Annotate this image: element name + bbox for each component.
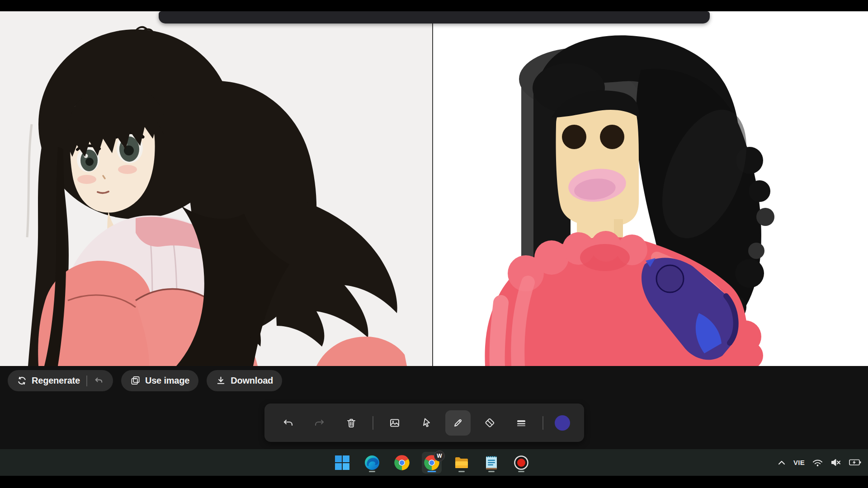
badge-letter: W	[437, 453, 442, 459]
undo-icon	[282, 417, 294, 429]
battery-icon[interactable]	[849, 458, 863, 467]
pen-icon	[452, 417, 464, 429]
redo-button[interactable]	[307, 410, 332, 436]
screen: Regenerate Use image Download	[0, 0, 868, 488]
file-explorer-icon	[453, 455, 470, 471]
download-label: Download	[231, 375, 273, 386]
cursor-icon	[420, 417, 433, 429]
image-icon	[388, 417, 401, 429]
regenerate-button[interactable]: Regenerate	[8, 370, 113, 391]
start-button[interactable]	[332, 452, 352, 474]
taskbar: W	[0, 449, 868, 476]
insert-image-button[interactable]	[382, 410, 407, 436]
eraser-tool-button[interactable]	[477, 410, 502, 436]
use-image-icon	[130, 375, 141, 386]
notepad-icon	[484, 455, 499, 471]
generated-image-pane	[0, 11, 432, 366]
eraser-icon	[483, 417, 496, 429]
split-view	[0, 11, 868, 366]
pen-tool-button[interactable]	[445, 410, 471, 436]
windows-start-icon	[335, 455, 350, 470]
trash-icon	[345, 417, 358, 429]
refresh-icon	[17, 375, 27, 386]
active-running-indicator	[428, 471, 436, 472]
color-swatch[interactable]	[555, 415, 570, 431]
running-indicator	[518, 471, 524, 472]
select-button[interactable]	[414, 410, 439, 436]
download-icon	[216, 375, 226, 386]
taskbar-apps: W	[332, 449, 531, 476]
stroke-width-icon	[515, 417, 528, 429]
use-image-label: Use image	[145, 375, 189, 386]
notepad-taskbar-button[interactable]	[481, 452, 501, 474]
language-indicator[interactable]: VIE	[793, 459, 805, 466]
generated-image	[0, 11, 432, 366]
top-letterbox	[0, 0, 868, 11]
volume-muted-icon[interactable]	[830, 458, 841, 467]
regenerate-label: Regenerate	[32, 375, 80, 386]
drawing-toolbar	[264, 404, 584, 442]
clear-canvas-button[interactable]	[339, 410, 364, 436]
wifi-icon[interactable]	[812, 458, 823, 467]
file-explorer-taskbar-button[interactable]	[452, 452, 472, 474]
drawing-canvas[interactable]	[433, 11, 868, 366]
system-tray: VIE	[778, 449, 863, 476]
running-indicator	[369, 471, 375, 472]
result-actions: Regenerate Use image Download	[8, 370, 282, 391]
chrome-icon	[394, 455, 410, 471]
user-drawing	[433, 11, 868, 366]
button-separator	[86, 375, 87, 386]
screen-recorder-taskbar-button[interactable]	[511, 452, 531, 474]
bottom-letterbox	[0, 476, 868, 488]
running-indicator	[488, 471, 495, 472]
toolbar-separator	[373, 416, 373, 430]
toolbar-separator	[542, 416, 543, 430]
chevron-up-icon[interactable]	[778, 459, 786, 466]
download-button[interactable]: Download	[207, 370, 282, 391]
prompt-bar-cutoff	[159, 11, 710, 23]
redo-icon	[313, 417, 326, 429]
chrome-active-taskbar-button[interactable]: W	[422, 452, 442, 474]
record-icon	[513, 455, 529, 471]
running-indicator	[458, 471, 465, 472]
undo-button[interactable]	[275, 410, 301, 436]
chrome-taskbar-button[interactable]	[392, 452, 412, 474]
edge-taskbar-button[interactable]	[362, 452, 382, 474]
use-image-button[interactable]: Use image	[121, 370, 198, 391]
bottom-panel: Regenerate Use image Download	[0, 366, 868, 449]
stroke-width-button[interactable]	[509, 410, 534, 436]
tab-badge: W	[434, 450, 445, 461]
undo-generation-icon[interactable]	[94, 375, 104, 386]
edge-icon	[364, 455, 380, 471]
